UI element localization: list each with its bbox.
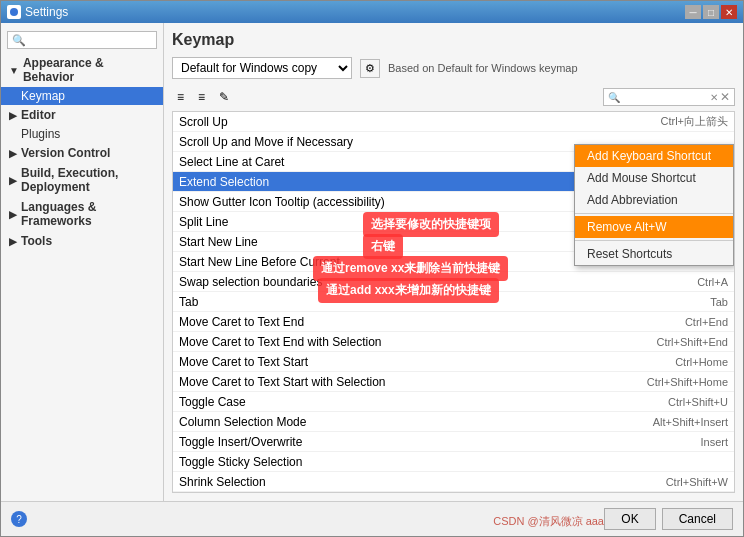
- keymap-search-input[interactable]: [620, 91, 710, 103]
- search-box: 🔍 ✕ ✕: [603, 88, 735, 106]
- shortcut-label: Ctrl+Home: [675, 356, 728, 368]
- window-title: Settings: [25, 5, 68, 19]
- sidebar: ▼ Appearance & Behavior Keymap ▶ Editor …: [1, 23, 164, 501]
- main-panel: Keymap Default for Windows copy ⚙ Based …: [164, 23, 743, 501]
- arrow-icon: ▶: [9, 110, 17, 121]
- keymap-table[interactable]: Scroll Up Ctrl+向上箭头 Scroll Up and Move i…: [172, 111, 735, 493]
- table-row[interactable]: Move Caret to Text Start with Selection …: [173, 372, 734, 392]
- sidebar-item-languages[interactable]: ▶ Languages & Frameworks: [1, 197, 163, 231]
- sidebar-item-keymap[interactable]: Keymap: [1, 87, 163, 105]
- app-icon: [7, 5, 21, 19]
- bottom-bar: ? OK Cancel: [1, 501, 743, 536]
- sidebar-item-label: Appearance & Behavior: [23, 56, 155, 84]
- action-label: Swap selection boundaries: [179, 275, 697, 289]
- arrow-icon: ▼: [9, 65, 19, 76]
- shortcut-label: Alt+Shift+Insert: [653, 416, 728, 428]
- table-row[interactable]: Toggle Sticky Selection: [173, 452, 734, 472]
- bottom-right: OK Cancel: [604, 508, 733, 530]
- cancel-button[interactable]: Cancel: [662, 508, 733, 530]
- arrow-icon: ▶: [9, 209, 17, 220]
- action-label: Move Caret to Text End with Selection: [179, 335, 656, 349]
- shortcut-label: Ctrl+Shift+U: [668, 396, 728, 408]
- context-menu-separator-2: [575, 240, 733, 241]
- collapse-all-button[interactable]: ≡: [193, 87, 210, 107]
- expand-all-button[interactable]: ≡: [172, 87, 189, 107]
- title-bar-left: Settings: [7, 5, 68, 19]
- minimize-button[interactable]: ─: [685, 5, 701, 19]
- main-title: Keymap: [172, 31, 735, 49]
- table-row[interactable]: Scroll Up Ctrl+向上箭头: [173, 112, 734, 132]
- keymap-based-text: Based on Default for Windows keymap: [388, 62, 578, 74]
- table-row[interactable]: Tab Tab: [173, 292, 734, 312]
- action-label: Toggle Case: [179, 395, 668, 409]
- sidebar-item-vcs[interactable]: ▶ Version Control: [1, 143, 163, 163]
- table-row[interactable]: Swap selection boundaries Ctrl+A: [173, 272, 734, 292]
- table-row[interactable]: Move Caret to Text End with Selection Ct…: [173, 332, 734, 352]
- context-menu-item-remove[interactable]: Remove Alt+W: [575, 216, 733, 238]
- action-label: Scroll Up: [179, 115, 660, 129]
- sidebar-item-label: Keymap: [21, 89, 65, 103]
- sidebar-item-label: Languages & Frameworks: [21, 200, 155, 228]
- context-menu-separator: [575, 213, 733, 214]
- table-row[interactable]: Toggle Insert/Overwrite Insert: [173, 432, 734, 452]
- gear-button[interactable]: ⚙: [360, 59, 380, 78]
- edit-button[interactable]: ✎: [214, 87, 234, 107]
- title-bar: Settings ─ □ ✕: [1, 1, 743, 23]
- shortcut-label: Ctrl+Shift+End: [656, 336, 728, 348]
- sidebar-item-label: Tools: [21, 234, 52, 248]
- action-label: Move Caret to Text Start: [179, 355, 675, 369]
- sidebar-item-editor[interactable]: ▶ Editor: [1, 105, 163, 125]
- context-menu-item-reset[interactable]: Reset Shortcuts: [575, 243, 733, 265]
- arrow-icon: ▶: [9, 236, 17, 247]
- maximize-button[interactable]: □: [703, 5, 719, 19]
- sidebar-search-container: [1, 27, 163, 53]
- svg-point-0: [10, 8, 18, 16]
- sidebar-item-tools[interactable]: ▶ Tools: [1, 231, 163, 251]
- sidebar-item-appearance[interactable]: ▼ Appearance & Behavior: [1, 53, 163, 87]
- action-label: Move Caret to Text Start with Selection: [179, 375, 647, 389]
- table-row[interactable]: Toggle Case Ctrl+Shift+U: [173, 392, 734, 412]
- shortcut-label: Ctrl+Shift+W: [666, 476, 728, 488]
- shortcut-label: Ctrl+Shift+Home: [647, 376, 728, 388]
- action-label: Tab: [179, 295, 710, 309]
- shortcut-label: Insert: [700, 436, 728, 448]
- shortcut-label: Ctrl+End: [685, 316, 728, 328]
- title-bar-buttons: ─ □ ✕: [685, 5, 737, 19]
- content-area: ▼ Appearance & Behavior Keymap ▶ Editor …: [1, 23, 743, 501]
- context-menu-item-add-keyboard[interactable]: Add Keyboard Shortcut: [575, 145, 733, 167]
- keymap-header: Default for Windows copy ⚙ Based on Defa…: [172, 57, 735, 79]
- sidebar-item-label: Build, Execution, Deployment: [21, 166, 155, 194]
- table-row[interactable]: Unindent Line or Selection Shift+Tab: [173, 492, 734, 493]
- sidebar-item-plugins[interactable]: Plugins: [1, 125, 163, 143]
- close-button[interactable]: ✕: [721, 5, 737, 19]
- settings-window: Settings ─ □ ✕ ▼ Appearance & Behavior K…: [0, 0, 744, 537]
- action-label: Column Selection Mode: [179, 415, 653, 429]
- table-row[interactable]: Move Caret to Text Start Ctrl+Home: [173, 352, 734, 372]
- shortcut-label: Ctrl+A: [697, 276, 728, 288]
- context-menu: Add Keyboard Shortcut Add Mouse Shortcut…: [574, 144, 734, 266]
- table-row[interactable]: Shrink Selection Ctrl+Shift+W: [173, 472, 734, 492]
- action-label: Toggle Sticky Selection: [179, 455, 728, 469]
- sidebar-item-label: Version Control: [21, 146, 110, 160]
- keymap-select[interactable]: Default for Windows copy: [172, 57, 352, 79]
- search-clear-icon[interactable]: ✕: [710, 92, 718, 103]
- help-button[interactable]: ?: [11, 511, 27, 527]
- close-search-icon[interactable]: ✕: [720, 90, 730, 104]
- sidebar-item-build[interactable]: ▶ Build, Execution, Deployment: [1, 163, 163, 197]
- arrow-icon: ▶: [9, 175, 17, 186]
- context-menu-item-add-abbreviation[interactable]: Add Abbreviation: [575, 189, 733, 211]
- ok-button[interactable]: OK: [604, 508, 655, 530]
- table-row[interactable]: Move Caret to Text End Ctrl+End: [173, 312, 734, 332]
- bottom-left: ?: [11, 511, 27, 527]
- table-toolbar: ≡ ≡ ✎ 🔍 ✕ ✕: [172, 87, 735, 107]
- arrow-icon: ▶: [9, 148, 17, 159]
- action-label: Shrink Selection: [179, 475, 666, 489]
- sidebar-search-input[interactable]: [7, 31, 157, 49]
- search-icon: 🔍: [608, 92, 620, 103]
- sidebar-item-label: Plugins: [21, 127, 60, 141]
- action-label: Toggle Insert/Overwrite: [179, 435, 700, 449]
- table-row[interactable]: Column Selection Mode Alt+Shift+Insert: [173, 412, 734, 432]
- context-menu-item-add-mouse[interactable]: Add Mouse Shortcut: [575, 167, 733, 189]
- action-label: Move Caret to Text End: [179, 315, 685, 329]
- sidebar-item-label: Editor: [21, 108, 56, 122]
